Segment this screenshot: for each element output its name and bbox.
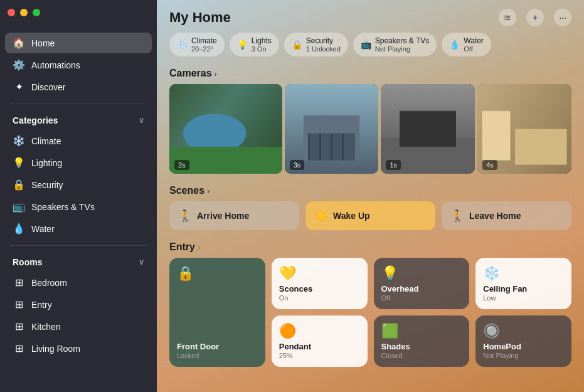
homepod-icon: 🔘 bbox=[483, 323, 500, 339]
sidebar-item-label: Bedroom bbox=[31, 278, 67, 288]
speakers-status-icon: 📺 bbox=[361, 40, 371, 50]
sidebar-item-label: Kitchen bbox=[31, 322, 61, 332]
overhead-status: Off bbox=[381, 294, 462, 302]
kitchen-icon: ⊞ bbox=[13, 320, 25, 332]
ceiling-fan-icon: ❄️ bbox=[483, 265, 500, 282]
sidebar-item-kitchen[interactable]: ⊞Kitchen bbox=[5, 316, 152, 337]
cameras-label: Cameras bbox=[169, 68, 212, 79]
wake-up-icon: ☀️ bbox=[314, 209, 328, 223]
sidebar-item-living-room[interactable]: ⊞Living Room bbox=[5, 338, 152, 359]
categories-chevron: ∨ bbox=[139, 116, 144, 125]
camera-2[interactable]: 3s bbox=[285, 84, 379, 174]
pendant-status: 25% bbox=[279, 352, 360, 359]
scenes-section-header[interactable]: Scenes › bbox=[157, 181, 584, 201]
ellipsis-icon[interactable]: ··· bbox=[554, 9, 571, 26]
camera-2-label: 3s bbox=[290, 160, 305, 170]
sidebar-nav: 🏠Home⚙️Automations✦Discover bbox=[0, 30, 157, 100]
security-label: 1 Unlocked bbox=[306, 45, 341, 53]
shades-name: Shades bbox=[381, 342, 462, 352]
scene-btn-wake-up[interactable]: ☀️Wake Up bbox=[305, 201, 435, 230]
sidebar-item-home[interactable]: 🏠Home bbox=[5, 33, 152, 53]
sidebar-item-climate[interactable]: ❄️Climate bbox=[5, 130, 152, 151]
pendant-icon: 🟠 bbox=[279, 323, 296, 339]
status-pill-climate[interactable]: ❄️ Climate 20–22° bbox=[169, 33, 225, 56]
sconces-icon: 💛 bbox=[279, 265, 296, 282]
sidebar-item-discover[interactable]: ✦Discover bbox=[5, 77, 152, 97]
arrive-home-icon: 🚶 bbox=[178, 209, 192, 223]
divider-categories bbox=[10, 103, 147, 104]
speakers-value: Speakers & TVs bbox=[375, 36, 429, 45]
camera-3-label: 1s bbox=[386, 160, 401, 170]
minimize-button[interactable] bbox=[20, 9, 28, 16]
fullscreen-button[interactable] bbox=[33, 9, 40, 16]
status-pill-speakers[interactable]: 📺 Speakers & TVs Not Playing bbox=[353, 33, 437, 56]
ceiling-fan-status: Low bbox=[483, 294, 564, 302]
sidebar-item-lighting[interactable]: 💡Lighting bbox=[5, 152, 152, 173]
arrive-home-label: Arrive Home bbox=[197, 211, 249, 221]
climate-label: 20–22° bbox=[191, 45, 217, 53]
discover-icon: ✦ bbox=[13, 81, 25, 93]
speakers-label: Not Playing bbox=[375, 45, 429, 53]
camera-3[interactable]: 1s bbox=[381, 84, 475, 174]
lighting-icon: 💡 bbox=[13, 157, 25, 169]
device-card-front-door[interactable]: 🔒 Front Door Locked bbox=[169, 258, 265, 366]
plus-icon[interactable]: + bbox=[526, 9, 544, 26]
sidebar-item-label: Living Room bbox=[31, 344, 80, 354]
sidebar-item-label: Security bbox=[31, 180, 63, 190]
rooms-label: Rooms bbox=[13, 257, 42, 267]
device-card-pendant[interactable]: 🟠 Pendant 25% bbox=[272, 315, 368, 367]
close-button[interactable] bbox=[8, 9, 15, 16]
rooms-header[interactable]: Rooms ∨ bbox=[0, 250, 157, 270]
scene-btn-arrive-home[interactable]: 🚶Arrive Home bbox=[169, 201, 299, 230]
device-card-overhead[interactable]: 💡 Overhead Off bbox=[374, 258, 470, 309]
home-icon: 🏠 bbox=[13, 37, 25, 49]
sidebar: 🏠Home⚙️Automations✦Discover Categories ∨… bbox=[0, 0, 157, 392]
front-door-icon: 🔒 bbox=[177, 265, 194, 282]
speakers-tvs-icon: 📺 bbox=[13, 201, 25, 213]
sconces-name: Sconces bbox=[279, 284, 360, 294]
sidebar-item-label: Discover bbox=[31, 82, 65, 92]
device-card-sconces[interactable]: 💛 Sconces On bbox=[272, 258, 368, 309]
main-header: My Home ≋ + ··· bbox=[157, 0, 584, 33]
climate-icon: ❄️ bbox=[13, 135, 25, 147]
waveform-icon[interactable]: ≋ bbox=[499, 9, 516, 26]
overhead-name: Overhead bbox=[381, 284, 462, 294]
scene-btn-leave-home[interactable]: 🚶Leave Home bbox=[442, 201, 571, 230]
front-door-status: Locked bbox=[177, 352, 258, 359]
scenes-chevron: › bbox=[207, 186, 210, 196]
device-card-homepod[interactable]: 🔘 HomePod Not Playing bbox=[475, 315, 571, 367]
page-title: My Home bbox=[169, 9, 231, 26]
climate-value: Climate bbox=[191, 36, 217, 45]
shades-status: Closed bbox=[381, 352, 462, 359]
leave-home-icon: 🚶 bbox=[450, 209, 464, 223]
water-status-icon: 💧 bbox=[449, 40, 460, 50]
status-pill-water[interactable]: 💧 Water Off bbox=[442, 33, 491, 56]
entry-section-header[interactable]: Entry › bbox=[157, 239, 584, 258]
status-pill-security[interactable]: 🔒 Security 1 Unlocked bbox=[284, 33, 348, 56]
cameras-section-header[interactable]: Cameras › bbox=[157, 64, 584, 84]
titlebar bbox=[0, 0, 157, 25]
living-room-icon: ⊞ bbox=[13, 342, 25, 354]
sidebar-item-label: Entry bbox=[31, 300, 52, 310]
scenes-row: 🚶Arrive Home☀️Wake Up🚶Leave Home bbox=[157, 201, 584, 239]
sidebar-item-automations[interactable]: ⚙️Automations bbox=[5, 55, 152, 75]
divider-rooms bbox=[10, 245, 147, 246]
lights-value: Lights bbox=[252, 36, 272, 45]
sidebar-item-water[interactable]: 💧Water bbox=[5, 218, 152, 239]
device-card-shades[interactable]: 🟩 Shades Closed bbox=[374, 315, 470, 367]
status-bar: ❄️ Climate 20–22° 💡 Lights 3 On 🔒 Securi… bbox=[157, 33, 584, 64]
device-card-ceiling-fan[interactable]: ❄️ Ceiling Fan Low bbox=[475, 258, 571, 309]
climate-status-icon: ❄️ bbox=[177, 40, 188, 50]
cameras-chevron: › bbox=[215, 69, 217, 78]
categories-label: Categories bbox=[13, 115, 58, 125]
sidebar-item-speakers-tvs[interactable]: 📺Speakers & TVs bbox=[5, 196, 152, 217]
leave-home-label: Leave Home bbox=[469, 211, 521, 221]
camera-4-label: 4s bbox=[482, 160, 497, 170]
sidebar-item-bedroom[interactable]: ⊞Bedroom bbox=[5, 272, 152, 293]
categories-header[interactable]: Categories ∨ bbox=[0, 108, 157, 128]
sidebar-item-security[interactable]: 🔒Security bbox=[5, 174, 152, 195]
camera-1[interactable]: 2s bbox=[169, 84, 282, 174]
status-pill-lights[interactable]: 💡 Lights 3 On bbox=[230, 33, 279, 56]
sidebar-item-entry[interactable]: ⊞Entry bbox=[5, 294, 152, 315]
camera-4[interactable]: 4s bbox=[477, 84, 571, 174]
